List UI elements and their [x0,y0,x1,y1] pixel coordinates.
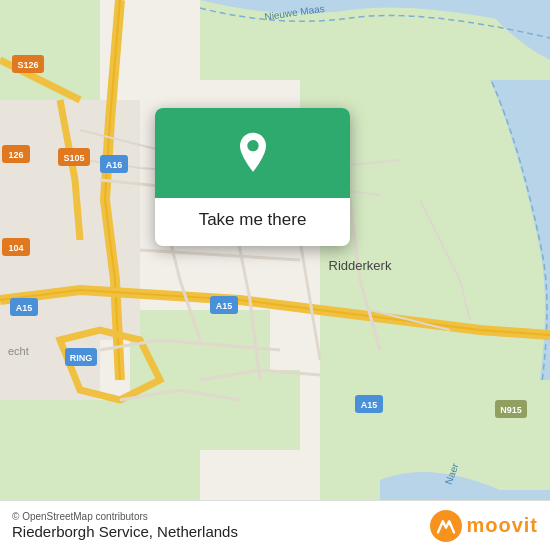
svg-text:A15: A15 [361,400,378,410]
svg-text:S126: S126 [17,60,38,70]
popup-card: Take me there [155,108,350,246]
svg-text:N915: N915 [500,405,522,415]
svg-text:126: 126 [8,150,23,160]
location-name: Riederborgh Service, Netherlands [12,523,238,540]
svg-rect-9 [200,370,300,450]
popup-card-body: Take me there [155,198,350,246]
bottom-bar-left: © OpenStreetMap contributors Riederborgh… [12,511,238,540]
moovit-logo-icon [430,510,462,542]
location-pin-icon [231,131,275,175]
svg-text:A15: A15 [216,301,233,311]
take-me-there-button[interactable]: Take me there [169,208,336,232]
svg-text:104: 104 [8,243,23,253]
moovit-text: moovit [466,514,538,537]
svg-rect-7 [80,400,200,500]
svg-text:RING: RING [70,353,93,363]
svg-text:A16: A16 [106,160,123,170]
svg-text:echt: echt [8,345,29,357]
svg-rect-5 [320,240,550,500]
moovit-logo: moovit [430,510,538,542]
osm-attribution: © OpenStreetMap contributors [12,511,238,522]
popup-card-header [155,108,350,198]
bottom-bar: © OpenStreetMap contributors Riederborgh… [0,500,550,550]
map-container[interactable]: A16 A15 A15 S126 S105 126 104 A15 RING N… [0,0,550,500]
svg-text:S105: S105 [63,153,84,163]
svg-text:Ridderkerk: Ridderkerk [329,258,392,273]
svg-point-36 [247,140,258,151]
svg-text:A15: A15 [16,303,33,313]
